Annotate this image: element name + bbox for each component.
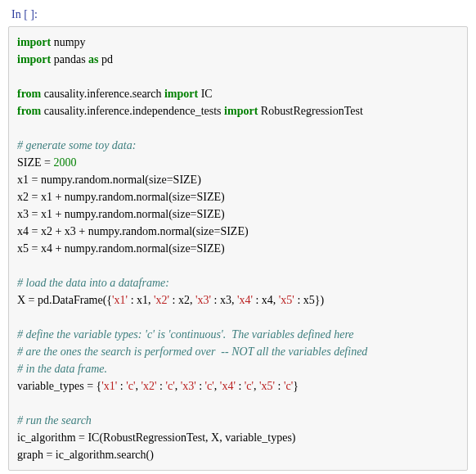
code-text: numpy xyxy=(51,36,85,48)
number-literal: 2000 xyxy=(53,156,76,169)
string-literal: 'x1' xyxy=(101,380,117,392)
code-text: : x4, xyxy=(253,294,279,306)
comment: # are the ones the search is performed o… xyxy=(17,345,367,358)
string-literal: 'x4' xyxy=(220,380,236,392)
string-literal: 'x3' xyxy=(195,294,211,306)
comment: # run the search xyxy=(17,414,92,427)
code-text: : xyxy=(157,380,166,392)
kw-import: import xyxy=(224,105,258,117)
code-text: : xyxy=(196,380,205,392)
code-text: IC xyxy=(198,88,213,100)
code-text: pd xyxy=(99,53,114,65)
code-text: causality.inference.independence_tests xyxy=(41,105,224,117)
code-text: pandas xyxy=(51,53,88,65)
string-literal: 'x5' xyxy=(259,380,275,392)
string-literal: 'c' xyxy=(284,380,293,392)
code-text: X = pd.DataFrame({ xyxy=(17,294,112,306)
code-text: : x1, xyxy=(128,294,154,306)
comment: # load the data into a dataframe: xyxy=(17,277,169,289)
code-text: RobustRegressionTest xyxy=(258,105,363,117)
code-text: , xyxy=(175,380,181,392)
string-literal: 'x2' xyxy=(154,294,169,306)
code-text: : x3, xyxy=(211,294,237,306)
code-text: ic_algorithm = IC(RobustRegressionTest, … xyxy=(17,431,296,444)
string-literal: 'x5' xyxy=(279,294,294,306)
code-text: x1 = numpy.random.normal(size=SIZE) xyxy=(17,174,201,186)
kw-import: import xyxy=(17,36,51,48)
string-literal: 'c' xyxy=(245,380,254,392)
code-text: x5 = x4 + numpy.random.normal(size=SIZE) xyxy=(17,242,225,255)
kw-import: import xyxy=(17,53,51,65)
code-text: : xyxy=(275,380,284,392)
kw-as: as xyxy=(88,53,98,65)
string-literal: 'x4' xyxy=(237,294,253,306)
code-text: : x2, xyxy=(169,294,195,306)
string-literal: 'x3' xyxy=(181,380,196,392)
code-text: , xyxy=(254,380,259,392)
code-cell[interactable]: import numpy import pandas as pd from ca… xyxy=(8,26,468,471)
string-literal: 'c' xyxy=(165,380,174,392)
code-text: causality.inference.search xyxy=(41,88,164,100)
kw-from: from xyxy=(17,105,41,117)
code-text: x3 = x1 + numpy.random.normal(size=SIZE) xyxy=(17,208,225,220)
code-text: } xyxy=(293,380,299,392)
code-text: x4 = x2 + x3 + numpy.random.normal(size=… xyxy=(17,225,249,237)
string-literal: 'x1' xyxy=(112,294,128,306)
notebook-cell-container: In [ ]: import numpy import pandas as pd… xyxy=(0,0,476,474)
code-text: variable_types = { xyxy=(17,380,101,392)
code-text: , xyxy=(214,380,220,392)
comment: # define the variable types: 'c' is 'con… xyxy=(17,328,354,341)
comment: # in the data frame. xyxy=(17,363,107,375)
code-text: SIZE = xyxy=(17,156,53,169)
comment: # generate some toy data: xyxy=(17,139,136,151)
code-text: graph = ic_algorithm.search() xyxy=(17,449,154,461)
kw-import: import xyxy=(164,88,198,100)
kw-from: from xyxy=(17,88,41,100)
string-literal: 'c' xyxy=(126,380,135,392)
code-text: : xyxy=(117,380,126,392)
input-prompt: In [ ]: xyxy=(8,7,468,26)
code-text: : x5}) xyxy=(294,294,324,306)
code-text: : xyxy=(236,380,245,392)
string-literal: 'c' xyxy=(205,380,214,392)
string-literal: 'x2' xyxy=(141,380,156,392)
code-text: x2 = x1 + numpy.random.normal(size=SIZE) xyxy=(17,191,225,203)
